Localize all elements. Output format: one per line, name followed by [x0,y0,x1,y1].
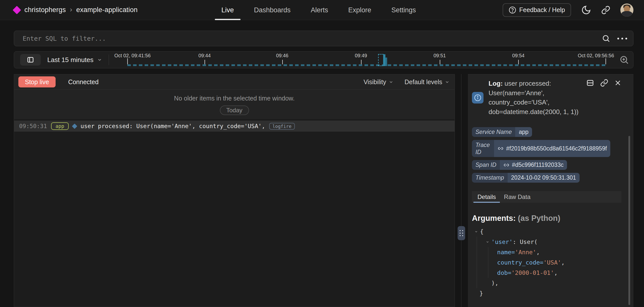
detail-title-kind: Log: [489,80,503,87]
code-line: country_code='USA', [472,257,621,268]
attribute-label: Service Name [472,127,515,137]
timeline-tick-label: 09:49 [355,53,367,59]
attribute-label: Trace ID [472,140,494,157]
tab-details[interactable]: Details [473,191,500,203]
indent-guide [488,247,488,278]
breadcrumb-project[interactable]: example-application [76,6,138,14]
top-nav: christophergs › example-application Live… [0,0,644,20]
close-icon[interactable] [614,79,621,87]
timeline-tick-label: 09:46 [276,53,289,59]
panel-resizer [455,74,468,307]
timeline-tick [606,58,606,64]
attribute-value[interactable]: #f2019b98b550cd8a61546c2f9188959f [494,140,610,157]
time-range-bar: Last 15 minutes Oct 02, 09:41:56 09:44 0… [14,51,633,68]
detail-tabs: Details Raw Data [472,191,621,203]
sql-filter-input[interactable] [23,35,602,42]
log-row[interactable]: 09:50:31 app user processed: User(name='… [14,121,455,132]
arguments-heading: Arguments: (as Python) [472,214,621,223]
primary-nav: Live Dashboards Alerts Explore Settings [213,0,424,20]
timeline-tick [361,60,361,64]
sql-filter-bar [14,31,633,46]
connection-status: Connected [68,78,99,86]
theme-moon-icon[interactable] [581,5,591,15]
timeline-track[interactable]: Oct 02, 09:41:56 09:44 09:46 09:49 09:51… [114,52,616,67]
arguments-heading-main: Arguments: [472,214,516,223]
code-line: dob='2000-01-01', [472,268,621,278]
code-line: name='Anne', [472,247,621,257]
code-line: { [472,226,621,237]
empty-message: No older items in the selected time wind… [174,95,295,102]
nav-tab-settings[interactable]: Settings [383,0,425,20]
time-range-label: Last 15 minutes [47,56,94,64]
stop-live-button[interactable]: Stop live [18,76,56,87]
span-id-value: #d5c996f11192033c [512,162,564,168]
attribute-chip-trace-id: Trace ID #f2019b98b550cd8a61546c2f918895… [472,140,610,157]
timeline-tick-label: 09:54 [512,53,525,59]
user-avatar[interactable] [620,4,633,17]
attribute-chip-service-name: Service Name app [472,127,532,137]
detail-scrollbar[interactable] [628,136,630,305]
attribute-label: Span ID [472,160,500,170]
default-levels-label: Default levels [405,78,442,86]
code-line: ), [472,278,621,288]
zoom-in-icon[interactable] [619,55,629,65]
chevron-down-icon [97,57,102,62]
scope-badge: logfire [269,123,295,130]
timeline-selection-box [378,54,384,66]
attribute-value: app [515,127,532,137]
live-panel-header: Stop live Connected Visibility Default l… [14,74,455,90]
nav-tab-explore[interactable]: Explore [340,0,380,20]
detail-title: Log: user processed: User(name='Anne', c… [489,79,586,117]
feedback-help-button[interactable]: Feedback / Help [503,3,571,17]
default-levels-dropdown[interactable]: Default levels [405,78,450,86]
nav-tab-live[interactable]: Live [213,0,243,20]
share-link-icon[interactable] [601,6,610,15]
chevron-down-icon [389,80,393,84]
span-detail-panel: Log: user processed: User(name='Anne', c… [468,74,633,307]
today-button[interactable]: Today [220,106,249,115]
log-list: No older items in the selected time wind… [14,90,455,307]
tab-raw-data[interactable]: Raw Data [500,191,534,203]
log-time: 09:50:31 [19,123,47,129]
span-link-icon [503,162,509,168]
split-panel-icon[interactable] [586,79,594,87]
copy-link-icon[interactable] [600,79,608,87]
trace-id-value: #f2019b98b550cd8a61546c2f9188959f [506,145,607,152]
collapse-chevron-icon[interactable] [474,230,480,233]
visibility-dropdown[interactable]: Visibility [364,78,393,86]
code-line: 'user': User( [472,237,621,247]
feedback-help-label: Feedback / Help [519,6,565,14]
timeline-tick [205,60,205,64]
timeline-end-label: Oct 02, 09:56:56 [578,53,614,59]
arguments-heading-suffix: (as Python) [516,214,560,223]
search-icon[interactable] [602,34,610,43]
trace-link-icon [498,145,504,151]
timeline-spike-bar [383,54,385,66]
collapse-chevron-icon[interactable] [486,240,491,244]
nav-tab-alerts[interactable]: Alerts [302,0,337,20]
timeline-spike-bar [385,58,387,66]
timeline-tick [440,60,440,64]
help-circle-icon [509,6,516,14]
timeline-tick [518,60,519,64]
timeline-tick-label: 09:51 [433,53,446,59]
logfire-logo-icon[interactable] [13,6,21,14]
nav-tab-dashboards[interactable]: Dashboards [246,0,299,20]
attribute-chip-span-id: Span ID #d5c996f11192033c [472,160,567,170]
chevron-down-icon [445,80,450,84]
time-range-dropdown[interactable]: Last 15 minutes [47,56,102,64]
arguments-code-tree: { 'user': User( name='Anne', country_cod… [472,226,621,298]
service-badge: app [51,122,69,130]
live-log-panel: Stop live Connected Visibility Default l… [14,74,455,307]
empty-window-notice: No older items in the selected time wind… [14,90,455,119]
sidebar-toggle-button[interactable] [20,54,41,66]
resizer-rail [461,74,461,307]
breadcrumb-separator: › [70,6,72,14]
breadcrumb-org[interactable]: christophergs [24,6,66,14]
indent-guide [477,237,477,288]
more-options-icon[interactable] [617,38,627,39]
timeline-tick [127,58,128,64]
timeline-spike[interactable] [378,54,388,66]
attribute-value[interactable]: #d5c996f11192033c [500,160,567,170]
resizer-drag-handle[interactable] [458,226,465,240]
